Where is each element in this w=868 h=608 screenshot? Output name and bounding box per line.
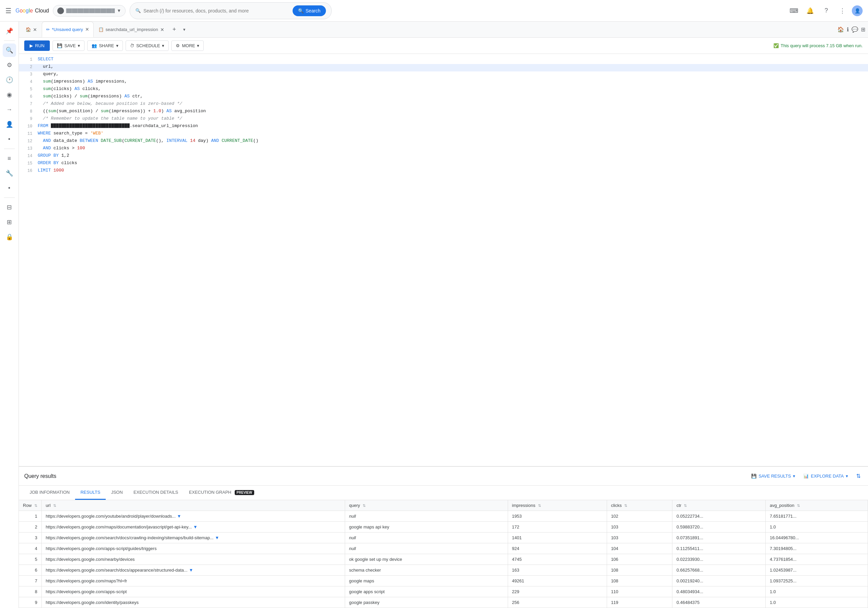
cell-impressions: 163 xyxy=(508,565,607,575)
schedule-button-label: SCHEDULE xyxy=(136,43,160,48)
cell-avg-position: 1.0 xyxy=(766,586,868,597)
expand-url-icon[interactable]: ▼ xyxy=(193,524,198,529)
line-content: /* Remember to update the table name to … xyxy=(38,116,865,121)
project-selector[interactable]: █████████████████ ▼ xyxy=(53,5,125,17)
tab-grid-icon[interactable]: ⊞ xyxy=(861,26,865,33)
search-input[interactable] xyxy=(143,8,290,14)
cell-clicks: 102 xyxy=(607,511,673,522)
tab-searchdata-close[interactable]: ✕ xyxy=(160,27,164,33)
explore-data-button[interactable]: 📊 EXPLORE DATA ▾ xyxy=(801,471,850,481)
sidebar-dashboard-icon[interactable]: ⊟ xyxy=(3,201,16,214)
code-line-1[interactable]: 1SELECT xyxy=(19,57,868,64)
code-line-14[interactable]: 14GROUP BY 1,2 xyxy=(19,153,868,160)
sidebar-pin-icon[interactable]: 📌 xyxy=(3,24,16,38)
cell-query: google passkey xyxy=(345,597,508,608)
cell-row-num: 2 xyxy=(19,522,42,532)
cell-row-num: 1 xyxy=(19,511,42,522)
sidebar-dot-icon[interactable]: • xyxy=(3,132,16,146)
sidebar-list-icon[interactable]: ≡ xyxy=(3,152,16,165)
terminal-icon[interactable]: ⌨ xyxy=(787,4,801,17)
code-line-6[interactable]: 6 sum(clicks) / sum(impressions) AS ctr, xyxy=(19,94,868,101)
json-tab-label: JSON xyxy=(111,490,123,495)
sidebar-explorer-icon[interactable]: ◉ xyxy=(3,88,16,101)
sidebar-person-icon[interactable]: 👤 xyxy=(3,118,16,131)
code-line-15[interactable]: 15ORDER BY clicks xyxy=(19,160,868,168)
save-button[interactable]: 💾 SAVE ▾ xyxy=(53,40,85,51)
sidebar-filter-icon[interactable]: ⚙ xyxy=(3,58,16,72)
line-number: 1 xyxy=(22,57,32,62)
tab-json[interactable]: JSON xyxy=(106,486,128,500)
cell-query: null xyxy=(345,511,508,522)
schedule-button[interactable]: ⏱ SCHEDULE ▾ xyxy=(126,40,169,51)
more-options-icon[interactable]: ⋮ xyxy=(836,4,849,17)
run-button-label: RUN xyxy=(35,43,45,48)
add-tab-button[interactable]: + xyxy=(169,24,180,35)
code-line-2[interactable]: 2 url, xyxy=(19,64,868,72)
sidebar-scheduler-icon[interactable]: → xyxy=(3,103,16,116)
save-results-button[interactable]: 💾 SAVE RESULTS ▾ xyxy=(749,471,797,481)
table-row: 4https://developers.google.com/apps-scri… xyxy=(19,543,868,554)
code-line-10[interactable]: 10FROM ██████████████████████████████.se… xyxy=(19,123,868,131)
tab-execution-details[interactable]: EXECUTION DETAILS xyxy=(128,486,184,500)
sidebar-divider-3 xyxy=(4,197,15,198)
execution-graph-tab-label: EXECUTION GRAPH xyxy=(189,490,231,495)
line-number: 14 xyxy=(22,153,32,159)
tab-info-icon[interactable]: ℹ xyxy=(847,26,849,33)
tab-home-icon[interactable]: 🏠 xyxy=(837,26,844,33)
sidebar-wrench-icon[interactable]: 🔧 xyxy=(3,166,16,180)
run-button[interactable]: ▶ RUN xyxy=(24,40,50,51)
cell-ctr: 0.48034934... xyxy=(673,586,766,597)
results-table-container[interactable]: Row ⇅ url ⇅ query ⇅ impressions ⇅ clicks… xyxy=(19,500,868,608)
tab-searchdata[interactable]: 📋 searchdata_url_impression ✕ xyxy=(94,22,168,37)
expand-url-icon[interactable]: ▼ xyxy=(215,535,219,540)
code-line-12[interactable]: 12 AND data_date BETWEEN DATE_SUB(CURREN… xyxy=(19,138,868,146)
sidebar-search-icon[interactable]: 🔍 xyxy=(3,44,16,57)
code-line-5[interactable]: 5 sum(clicks) AS clicks, xyxy=(19,86,868,94)
sidebar-table-icon[interactable]: ⊞ xyxy=(3,215,16,229)
cell-query: google maps api key xyxy=(345,522,508,532)
table-row: 3https://developers.google.com/search/do… xyxy=(19,532,868,543)
menu-icon[interactable]: ☰ xyxy=(5,7,11,15)
top-nav: ☰ Google Cloud █████████████████ ▼ 🔍 🔍 S… xyxy=(0,0,868,22)
expand-results-button[interactable]: ⇅ xyxy=(854,471,863,481)
code-line-4[interactable]: 4 sum(impressions) AS impressions, xyxy=(19,79,868,86)
sidebar-lock-icon[interactable]: 🔒 xyxy=(3,230,16,244)
tab-unsaved-query[interactable]: ✏ *Unsaved query ✕ xyxy=(42,22,94,37)
line-number: 15 xyxy=(22,160,32,166)
check-circle-icon: ✅ xyxy=(773,43,779,48)
code-line-16[interactable]: 16LIMIT 1000 xyxy=(19,168,868,175)
tab-more-button[interactable]: ▾ xyxy=(180,26,188,33)
sidebar-dot2-icon[interactable]: • xyxy=(3,181,16,195)
settings-icon: ⚙ xyxy=(176,43,180,48)
expand-url-icon[interactable]: ▼ xyxy=(189,568,193,572)
cell-ctr: 0.11255411... xyxy=(673,543,766,554)
tab-results[interactable]: RESULTS xyxy=(75,486,106,500)
code-line-3[interactable]: 3 query, xyxy=(19,72,868,79)
more-button[interactable]: ⚙ MORE ▾ xyxy=(171,40,204,51)
notifications-icon[interactable]: 🔔 xyxy=(803,4,817,17)
run-icon: ▶ xyxy=(29,43,33,48)
code-line-9[interactable]: 9 /* Remember to update the table name t… xyxy=(19,116,868,123)
search-button[interactable]: 🔍 Search xyxy=(293,5,326,16)
code-line-13[interactable]: 13 AND clicks > 100 xyxy=(19,146,868,153)
cell-clicks: 106 xyxy=(607,554,673,565)
tab-execution-graph[interactable]: EXECUTION GRAPH PREVIEW xyxy=(183,486,259,500)
tab-job-information[interactable]: JOB INFORMATION xyxy=(24,486,75,500)
code-line-7[interactable]: 7 /* Added one below, because position i… xyxy=(19,101,868,109)
tab-home[interactable]: 🏠 ✕ xyxy=(22,22,41,37)
preview-badge: PREVIEW xyxy=(235,490,254,495)
help-icon[interactable]: ? xyxy=(820,4,833,17)
code-line-8[interactable]: 8 ((sum(sum_position) / sum(impressions)… xyxy=(19,109,868,116)
tab-unsaved-query-close[interactable]: ✕ xyxy=(85,26,89,32)
tab-chat-icon[interactable]: 💬 xyxy=(851,26,858,33)
cell-impressions: 1953 xyxy=(508,511,607,522)
expand-url-icon[interactable]: ▼ xyxy=(177,514,181,519)
code-line-11[interactable]: 11WHERE search_type = 'WEB' xyxy=(19,131,868,138)
cell-url: https://developers.google.com/apps-scrip… xyxy=(42,586,345,597)
table-row: 6https://developers.google.com/search/do… xyxy=(19,565,868,575)
sidebar-history-icon[interactable]: 🕐 xyxy=(3,73,16,87)
tab-home-close[interactable]: ✕ xyxy=(33,27,37,33)
user-avatar[interactable]: 👤 xyxy=(852,5,863,16)
editor-area[interactable]: 1SELECT2 url,3 query,4 sum(impressions) … xyxy=(19,54,868,466)
share-button[interactable]: 👥 SHARE ▾ xyxy=(87,40,123,51)
